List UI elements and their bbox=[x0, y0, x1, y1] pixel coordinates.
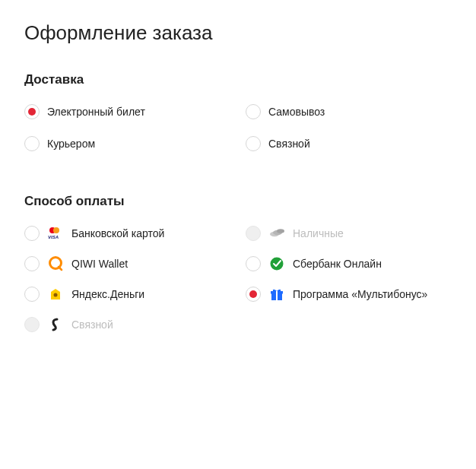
svg-point-8 bbox=[54, 293, 58, 297]
svg-point-1 bbox=[53, 227, 59, 233]
radio-icon bbox=[24, 226, 40, 241]
multibonus-icon bbox=[268, 287, 285, 301]
payment-section-title: Способ оплаты bbox=[24, 194, 452, 209]
svyaznoy-icon bbox=[47, 318, 64, 331]
payment-option-card[interactable]: VISA Банковской картой bbox=[24, 226, 230, 241]
payment-option-label: Яндекс.Деньги bbox=[71, 288, 144, 301]
sberbank-icon bbox=[268, 257, 285, 271]
payment-option-svyaznoy: Связной bbox=[24, 317, 230, 332]
radio-icon bbox=[246, 104, 261, 119]
delivery-option-svyaznoy[interactable]: Связной bbox=[246, 136, 452, 151]
delivery-option-label: Курьером bbox=[47, 138, 95, 151]
cash-icon bbox=[268, 227, 285, 240]
payment-option-label: Наличные bbox=[293, 227, 344, 240]
payment-option-label: Сбербанк Онлайн bbox=[293, 258, 382, 271]
yandex-money-icon bbox=[47, 287, 64, 301]
radio-icon bbox=[24, 136, 40, 151]
payment-option-sberbank[interactable]: Сбербанк Онлайн bbox=[246, 256, 452, 271]
svg-point-5 bbox=[277, 229, 284, 233]
payment-option-label: Программа «Мультибонус» bbox=[293, 288, 427, 301]
radio-icon bbox=[24, 256, 40, 271]
delivery-option-courier[interactable]: Курьером bbox=[24, 136, 230, 151]
page-title: Оформление заказа bbox=[24, 21, 452, 45]
payment-option-label: Банковской картой bbox=[71, 227, 164, 240]
radio-icon bbox=[24, 317, 40, 332]
delivery-option-label: Связной bbox=[268, 138, 310, 151]
radio-icon bbox=[24, 287, 40, 302]
payment-option-label: QIWI Wallet bbox=[71, 258, 128, 271]
qiwi-icon bbox=[47, 257, 64, 271]
payment-option-yandex-money[interactable]: Яндекс.Деньги bbox=[24, 287, 230, 302]
payment-option-cash: Наличные bbox=[246, 226, 452, 241]
payment-options: VISA Банковской картой Наличные QIWI Wal… bbox=[24, 226, 452, 332]
svg-point-7 bbox=[271, 258, 284, 271]
radio-icon bbox=[246, 287, 261, 302]
delivery-options: Электронный билет Самовывоз Курьером Свя… bbox=[24, 104, 452, 151]
card-icon: VISA bbox=[47, 227, 64, 240]
payment-option-qiwi[interactable]: QIWI Wallet bbox=[24, 256, 230, 271]
delivery-section-title: Доставка bbox=[24, 72, 452, 87]
delivery-option-pickup[interactable]: Самовывоз bbox=[246, 104, 452, 119]
svg-text:VISA: VISA bbox=[48, 235, 59, 239]
delivery-option-electronic-ticket[interactable]: Электронный билет bbox=[24, 104, 230, 119]
delivery-option-label: Самовывоз bbox=[268, 106, 325, 119]
radio-icon bbox=[24, 104, 40, 119]
radio-icon bbox=[246, 136, 261, 151]
delivery-option-label: Электронный билет bbox=[47, 106, 145, 119]
payment-option-label: Связной bbox=[71, 318, 113, 331]
svg-rect-11 bbox=[276, 291, 278, 300]
radio-icon bbox=[246, 226, 261, 241]
payment-option-multibonus[interactable]: Программа «Мультибонус» bbox=[246, 287, 452, 302]
radio-icon bbox=[246, 256, 261, 271]
